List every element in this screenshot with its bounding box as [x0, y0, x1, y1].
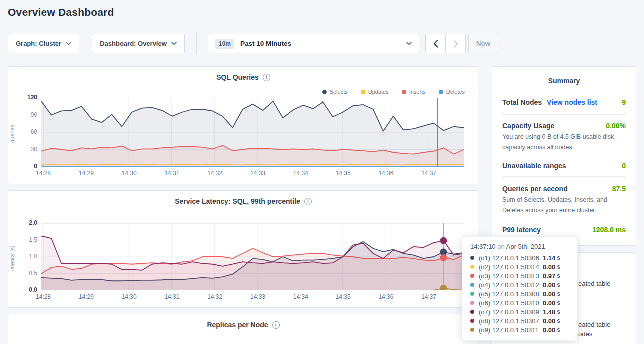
- x-tick-label: 14:33: [245, 170, 271, 177]
- summary-title: Summary: [492, 77, 636, 85]
- dashboard-dropdown-label: Dashboard: Overview: [100, 40, 167, 47]
- summary-panel: Summary Total Nodes View nodes list 9 Ca…: [492, 66, 636, 246]
- tooltip-node-value: 0.00: [543, 299, 555, 307]
- sql-queries-chart-card: SQL Queries SelectsUpdatesInsertsDeletes…: [8, 66, 478, 184]
- summary-row-total-nodes: Total Nodes View nodes list 9: [502, 98, 626, 106]
- next-time-button[interactable]: [445, 34, 466, 53]
- tooltip-node-unit: s: [557, 254, 560, 261]
- summary-label: Queries per second: [502, 185, 568, 193]
- legend-item-selects[interactable]: Selects: [322, 89, 348, 95]
- tooltip-node-row: (n2) 127.0.0.1:503140.00s: [470, 262, 570, 271]
- legend-dot-icon: [439, 90, 443, 94]
- divider: [502, 176, 626, 177]
- summary-label: Unavailable ranges: [502, 162, 566, 170]
- tooltip-node-value: 1.48: [543, 308, 555, 316]
- tooltip-node-unit: s: [557, 299, 560, 306]
- tooltip-node-label: (n5) 127.0.0.1:50308: [479, 290, 543, 298]
- y-tick-label: 0.5: [15, 270, 37, 277]
- legend-item-updates[interactable]: Updates: [361, 89, 389, 95]
- y-tick-label: 60: [15, 128, 37, 135]
- chevron-left-icon: [433, 40, 438, 48]
- tooltip-node-value: 1.14: [543, 254, 555, 262]
- summary-value: 1208.0 ms: [592, 226, 626, 234]
- divider: [502, 155, 626, 155]
- x-tick-label: 14:30: [116, 170, 142, 177]
- now-button[interactable]: Now: [468, 34, 498, 53]
- node-color-dot-icon: [470, 301, 474, 305]
- node-color-dot-icon: [470, 328, 474, 332]
- tooltip-rows: (n1) 127.0.0.1:503061.14s(n2) 127.0.0.1:…: [470, 253, 570, 334]
- event-text-fragment: eated table: [578, 321, 610, 328]
- event-text-fragment: odes: [578, 330, 592, 338]
- tooltip-node-value: 0.00: [543, 281, 555, 289]
- tooltip-node-label: (n7) 127.0.0.1:50309: [479, 308, 543, 316]
- info-icon[interactable]: [272, 321, 280, 329]
- legend-item-deletes[interactable]: Deletes: [439, 89, 465, 95]
- tooltip-node-unit: s: [557, 290, 560, 297]
- tooltip-node-unit: s: [557, 308, 560, 315]
- node-color-dot-icon: [470, 310, 474, 314]
- summary-value: 9: [622, 98, 626, 106]
- tooltip-node-unit: s: [557, 326, 560, 333]
- service-latency-chart-card: Service Latency: SQL, 99th percentile la…: [8, 190, 478, 308]
- y-tick-label: 1.0: [15, 253, 37, 260]
- view-nodes-list-link[interactable]: View nodes list: [547, 98, 597, 106]
- node-color-dot-icon: [470, 319, 474, 323]
- x-tick-label: 14:36: [373, 170, 399, 177]
- node-color-dot-icon: [470, 283, 474, 287]
- tooltip-node-label: (n9) 127.0.0.1:50311: [479, 326, 543, 334]
- dashboard-dropdown[interactable]: Dashboard: Overview: [92, 34, 185, 53]
- x-tick-label: 14:34: [288, 293, 314, 300]
- x-tick-label: 14:34: [288, 170, 314, 177]
- chart-hover-tooltip: 14:37:10 on Apr 5th, 2021 (n1) 127.0.0.1…: [462, 236, 578, 341]
- legend-item-inserts[interactable]: Inserts: [402, 89, 426, 95]
- x-tick-label: 14:31: [159, 170, 185, 177]
- tooltip-node-value: 0.97: [543, 272, 555, 280]
- sql-queries-plot[interactable]: [41, 98, 464, 167]
- graph-dropdown-label: Graph: Cluster: [16, 40, 61, 47]
- service-latency-plot[interactable]: [41, 223, 464, 290]
- time-range-selector[interactable]: 10m Past 10 Minutes: [208, 34, 419, 53]
- summary-description: You are using 0 B of 4.5 GiB usable disk…: [502, 132, 627, 153]
- tooltip-node-row: (n3) 127.0.0.1:503130.97s: [470, 271, 570, 280]
- x-tick-label: 14:32: [202, 293, 228, 300]
- tooltip-node-row: (n9) 127.0.0.1:503110.00s: [470, 325, 570, 334]
- tooltip-node-unit: s: [557, 263, 560, 270]
- x-tick-label: 14:37: [416, 170, 442, 177]
- tooltip-node-label: (n2) 127.0.0.1:50314: [479, 263, 543, 271]
- node-color-dot-icon: [470, 265, 474, 269]
- tooltip-node-label: (n8) 127.0.0.1:50307: [479, 317, 543, 325]
- y-tick-label: 30: [15, 146, 37, 153]
- divider: [502, 114, 626, 115]
- chart-title: SQL Queries: [216, 73, 259, 81]
- summary-description: Sum of Selects, Updates, Inserts, and De…: [502, 195, 627, 216]
- x-tick-label: 14:33: [245, 293, 271, 300]
- time-range-label: Past 10 Minutes: [240, 40, 291, 47]
- tooltip-node-value: 0.00: [543, 326, 555, 334]
- graph-dropdown[interactable]: Graph: Cluster: [8, 34, 79, 53]
- summary-row-unavailable-ranges: Unavailable ranges 0: [502, 162, 626, 170]
- y-tick-label: 90: [15, 111, 37, 118]
- chart-header: Service Latency: SQL, 99th percentile: [8, 197, 478, 205]
- chevron-down-icon: [171, 42, 177, 45]
- time-range-badge: 10m: [215, 39, 234, 49]
- legend-label: Selects: [330, 89, 348, 95]
- summary-row-p99-latency: P99 latency 1208.0 ms: [502, 226, 626, 234]
- chart-header: Replicas per Node: [8, 320, 478, 329]
- time-range-nav: [425, 34, 466, 53]
- legend-label: Inserts: [409, 89, 426, 95]
- tooltip-node-value: 0.00: [543, 290, 555, 298]
- node-color-dot-icon: [470, 292, 474, 296]
- x-tick-label: 14:31: [159, 293, 185, 300]
- info-icon[interactable]: [304, 198, 312, 205]
- x-tick-label: 14:35: [330, 170, 356, 177]
- chevron-down-icon: [406, 42, 412, 45]
- info-icon[interactable]: [263, 74, 270, 81]
- x-tick-label: 14:28: [30, 293, 56, 300]
- legend-dot-icon: [402, 90, 406, 94]
- y-tick-label: 2.0: [15, 219, 37, 226]
- prev-time-button[interactable]: [425, 34, 446, 53]
- summary-value: 0: [622, 162, 626, 170]
- event-text-fragment: eated table: [578, 280, 610, 287]
- tooltip-node-unit: s: [557, 317, 560, 324]
